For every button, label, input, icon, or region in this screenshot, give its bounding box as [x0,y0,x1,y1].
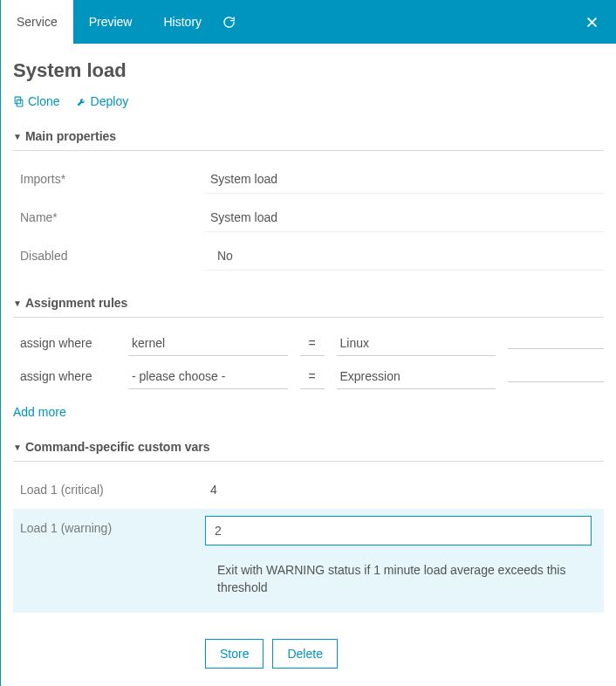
wrench-icon [76,96,87,107]
row-load1-warning-hint: Exit with WARNING status if 1 minute loa… [13,547,604,613]
section-main-header[interactable]: ▼ Main properties [13,124,604,151]
caret-down-icon: ▼ [13,132,22,141]
row-load1-critical: Load 1 (critical) 4 [13,470,604,509]
imports-label: Imports* [13,172,205,186]
load1-warning-input[interactable] [205,516,592,545]
refresh-icon[interactable] [222,16,236,29]
caret-down-icon: ▼ [13,442,22,452]
section-assign-header[interactable]: ▼ Assignment rules [13,291,604,318]
load1-critical-value[interactable]: 4 [205,476,604,504]
clone-link[interactable]: Clone [13,94,60,108]
row-name: Name* System load [13,198,604,237]
assign-type-select[interactable]: assign where [20,369,116,383]
assign-property-select[interactable]: - please choose - [128,364,288,389]
store-button[interactable]: Store [205,639,264,669]
assign-type-select[interactable]: assign where [20,336,116,350]
assign-op-select[interactable]: = [300,331,325,356]
deploy-link[interactable]: Deploy [76,94,129,108]
row-disabled: Disabled No [13,237,604,275]
load1-critical-label: Load 1 (critical) [13,483,205,497]
section-custom-header[interactable]: ▼ Command-specific custom vars [13,435,604,462]
tab-history-label: History [163,15,202,29]
content: System load Clone Deploy ▼ Main properti… [1,44,616,686]
tab-history[interactable]: History [147,0,217,44]
assign-row: assign where kernel = Linux [13,326,604,360]
copy-icon [13,96,24,107]
assign-action-cell [508,338,604,349]
disabled-value[interactable]: No [205,242,604,271]
row-load1-warning: Load 1 (warning) [13,509,604,547]
tab-preview-label: Preview [89,15,133,29]
tab-service-label: Service [17,15,58,29]
section-assign-title: Assignment rules [25,296,127,310]
caret-down-icon: ▼ [13,298,22,308]
window: Service Preview History System load Clon… [0,0,616,686]
tab-preview[interactable]: Preview [73,0,148,44]
delete-button[interactable]: Delete [272,639,337,669]
page-title: System load [13,59,604,82]
assign-table: assign where kernel = Linux assign where… [13,326,604,393]
form-actions: Store Delete [205,639,604,669]
assign-value-input[interactable]: Linux [337,331,496,356]
load1-warning-hint: Exit with WARNING status if 1 minute loa… [205,547,592,613]
disabled-label: Disabled [13,249,205,263]
assign-action-cell [508,371,604,382]
tab-service[interactable]: Service [1,0,73,44]
toolbar: Clone Deploy [13,94,604,108]
section-main-title: Main properties [25,129,116,143]
assign-row: assign where - please choose - = Express… [13,360,604,393]
assign-property-select[interactable]: kernel [128,331,288,356]
close-icon[interactable] [580,16,604,29]
name-label: Name* [13,210,205,224]
clone-label: Clone [28,94,60,108]
tabbar: Service Preview History [1,0,616,44]
section-custom-title: Command-specific custom vars [25,440,210,454]
load1-warning-label: Load 1 (warning) [13,516,205,535]
imports-value[interactable]: System load [205,165,604,194]
deploy-label: Deploy [91,94,129,108]
assign-op-select[interactable]: = [300,364,325,389]
add-more-link[interactable]: Add more [13,400,66,435]
row-imports: Imports* System load [13,160,604,198]
assign-value-input[interactable]: Expression [337,364,496,389]
name-value[interactable]: System load [205,203,604,232]
